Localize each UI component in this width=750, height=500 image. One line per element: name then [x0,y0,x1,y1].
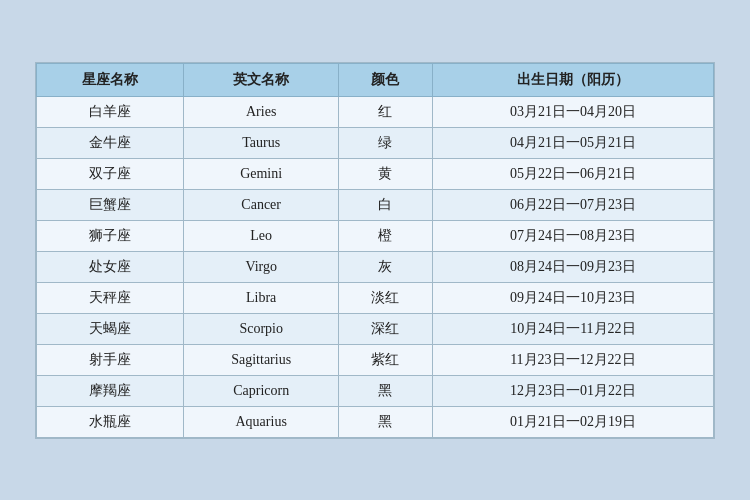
header-color: 颜色 [339,63,433,96]
table-row: 摩羯座Capricorn黑12月23日一01月22日 [37,375,714,406]
cell-chinese-name: 白羊座 [37,96,184,127]
cell-dates: 06月22日一07月23日 [432,189,713,220]
cell-color: 橙 [339,220,433,251]
cell-chinese-name: 处女座 [37,251,184,282]
cell-color: 黑 [339,375,433,406]
table-row: 水瓶座Aquarius黑01月21日一02月19日 [37,406,714,437]
cell-dates: 01月21日一02月19日 [432,406,713,437]
cell-color: 深红 [339,313,433,344]
cell-english-name: Leo [184,220,339,251]
cell-chinese-name: 水瓶座 [37,406,184,437]
cell-dates: 04月21日一05月21日 [432,127,713,158]
table-row: 金牛座Taurus绿04月21日一05月21日 [37,127,714,158]
table-row: 处女座Virgo灰08月24日一09月23日 [37,251,714,282]
zodiac-table: 星座名称 英文名称 颜色 出生日期（阳历） 白羊座Aries红03月21日一04… [36,63,714,438]
cell-chinese-name: 双子座 [37,158,184,189]
table-row: 天秤座Libra淡红09月24日一10月23日 [37,282,714,313]
header-english-name: 英文名称 [184,63,339,96]
cell-english-name: Scorpio [184,313,339,344]
cell-dates: 11月23日一12月22日 [432,344,713,375]
cell-dates: 03月21日一04月20日 [432,96,713,127]
cell-color: 灰 [339,251,433,282]
cell-color: 黑 [339,406,433,437]
cell-dates: 08月24日一09月23日 [432,251,713,282]
cell-chinese-name: 金牛座 [37,127,184,158]
zodiac-table-container: 星座名称 英文名称 颜色 出生日期（阳历） 白羊座Aries红03月21日一04… [35,62,715,439]
cell-color: 淡红 [339,282,433,313]
cell-dates: 09月24日一10月23日 [432,282,713,313]
cell-chinese-name: 狮子座 [37,220,184,251]
cell-color: 白 [339,189,433,220]
cell-english-name: Libra [184,282,339,313]
cell-dates: 12月23日一01月22日 [432,375,713,406]
cell-chinese-name: 天秤座 [37,282,184,313]
cell-english-name: Virgo [184,251,339,282]
cell-dates: 05月22日一06月21日 [432,158,713,189]
cell-dates: 10月24日一11月22日 [432,313,713,344]
header-dates: 出生日期（阳历） [432,63,713,96]
cell-chinese-name: 巨蟹座 [37,189,184,220]
cell-english-name: Aries [184,96,339,127]
cell-english-name: Aquarius [184,406,339,437]
cell-color: 绿 [339,127,433,158]
cell-english-name: Gemini [184,158,339,189]
cell-color: 紫红 [339,344,433,375]
cell-color: 黄 [339,158,433,189]
table-header-row: 星座名称 英文名称 颜色 出生日期（阳历） [37,63,714,96]
cell-chinese-name: 射手座 [37,344,184,375]
cell-chinese-name: 摩羯座 [37,375,184,406]
cell-english-name: Capricorn [184,375,339,406]
table-row: 天蝎座Scorpio深红10月24日一11月22日 [37,313,714,344]
cell-dates: 07月24日一08月23日 [432,220,713,251]
table-row: 巨蟹座Cancer白06月22日一07月23日 [37,189,714,220]
table-row: 双子座Gemini黄05月22日一06月21日 [37,158,714,189]
cell-english-name: Taurus [184,127,339,158]
cell-chinese-name: 天蝎座 [37,313,184,344]
table-row: 狮子座Leo橙07月24日一08月23日 [37,220,714,251]
table-body: 白羊座Aries红03月21日一04月20日金牛座Taurus绿04月21日一0… [37,96,714,437]
table-row: 射手座Sagittarius紫红11月23日一12月22日 [37,344,714,375]
header-chinese-name: 星座名称 [37,63,184,96]
cell-color: 红 [339,96,433,127]
cell-english-name: Cancer [184,189,339,220]
cell-english-name: Sagittarius [184,344,339,375]
table-row: 白羊座Aries红03月21日一04月20日 [37,96,714,127]
